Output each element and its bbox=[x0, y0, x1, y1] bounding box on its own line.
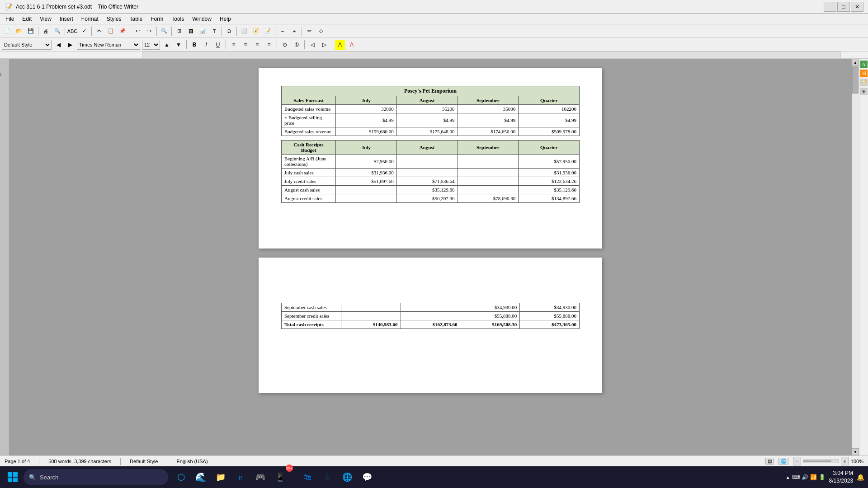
dec-size-btn[interactable]: ▼ bbox=[174, 40, 184, 50]
find-btn[interactable]: 🔍 bbox=[159, 26, 170, 37]
shapes-btn[interactable]: ◇ bbox=[316, 26, 326, 37]
taskbar-app2-btn[interactable]: 🌐 bbox=[338, 468, 356, 486]
autocorrect-btn[interactable]: ✓ bbox=[79, 26, 90, 37]
special-char-btn[interactable]: Ω bbox=[224, 26, 235, 37]
next-style-btn[interactable]: ▶ bbox=[65, 40, 75, 50]
taskbar-app3-btn[interactable]: 💬 bbox=[358, 468, 376, 486]
align-center-btn[interactable]: ≡ bbox=[241, 40, 250, 50]
battery-icon[interactable]: 🔋 bbox=[819, 474, 826, 480]
zoom-in-status-btn[interactable]: + bbox=[841, 457, 849, 465]
italic-btn[interactable]: I bbox=[201, 40, 211, 50]
menu-edit[interactable]: Edit bbox=[19, 15, 35, 23]
close-button[interactable]: ✕ bbox=[851, 2, 863, 12]
align-justify-btn[interactable]: ≡ bbox=[264, 40, 274, 50]
preview-btn[interactable]: 🔍 bbox=[52, 26, 63, 37]
format-toolbar: Default Style ◀ ▶ Times New Roman 12 ▲ ▼… bbox=[0, 38, 868, 52]
paste-btn[interactable]: 📌 bbox=[117, 26, 128, 37]
taskbar-fileexplorer-btn[interactable]: 📁 bbox=[212, 468, 230, 486]
scroll-down-btn[interactable]: ▼ bbox=[852, 448, 859, 455]
bullets-btn[interactable]: ⊙ bbox=[280, 40, 290, 50]
undo-btn[interactable]: ↩ bbox=[132, 26, 143, 37]
taskbar-app1-btn[interactable]: 🎮 bbox=[251, 468, 269, 486]
menu-format[interactable]: Format bbox=[78, 15, 102, 23]
menu-table[interactable]: Table bbox=[126, 15, 146, 23]
clock-date: 8/13/2023 bbox=[829, 477, 853, 485]
word-count: 500 words, 3,399 characters bbox=[48, 459, 111, 464]
menu-file[interactable]: File bbox=[2, 15, 18, 23]
notification-center-icon[interactable]: 🔔 bbox=[857, 474, 864, 481]
style-dropdown[interactable]: Default Style bbox=[2, 40, 52, 50]
bold-btn[interactable]: B bbox=[189, 40, 199, 50]
underline-btn[interactable]: U bbox=[213, 40, 223, 50]
spellcheck-btn[interactable]: ABC bbox=[67, 26, 78, 37]
keyboard-icon[interactable]: ⌨ bbox=[792, 474, 800, 480]
taskbar-edge-btn[interactable]: 🌊 bbox=[192, 468, 210, 486]
table-row: August cash sales $35,129.60 $35,129.60 bbox=[282, 186, 580, 194]
zoom-in-btn[interactable]: + bbox=[289, 26, 300, 37]
network-icon[interactable]: 📶 bbox=[810, 474, 817, 480]
zoom-out-btn[interactable]: − bbox=[277, 26, 288, 37]
print-btn[interactable]: 🖨 bbox=[40, 26, 51, 37]
image-btn[interactable]: 🖼 bbox=[185, 26, 196, 37]
taskbar-copilot-btn[interactable]: ⬡ bbox=[172, 468, 190, 486]
view-normal-btn[interactable]: ▤ bbox=[765, 458, 774, 465]
start-button[interactable] bbox=[4, 468, 22, 486]
system-tray: ▲ ⌨ 🔊 📶 🔋 3:04 PM 8/13/2023 🔔 bbox=[786, 469, 864, 485]
chart-btn[interactable]: 📊 bbox=[197, 26, 208, 37]
menu-styles[interactable]: Styles bbox=[103, 15, 125, 23]
scroll-thumb[interactable] bbox=[852, 66, 859, 94]
styles-btn[interactable]: 📝 bbox=[262, 26, 273, 37]
gallery-icon[interactable]: 🖼 bbox=[860, 70, 868, 77]
title-bar-left: 📝 Acc 311 6-1 Problem set #3.odt – Trio … bbox=[5, 3, 138, 10]
menu-view[interactable]: View bbox=[36, 15, 55, 23]
maximize-button[interactable]: □ bbox=[837, 2, 850, 12]
navigator-icon[interactable]: 🧭 bbox=[860, 79, 868, 86]
indent-btn[interactable]: ▷ bbox=[319, 40, 329, 50]
volume-icon[interactable]: 🔊 bbox=[802, 474, 808, 480]
redo-btn[interactable]: ↪ bbox=[144, 26, 155, 37]
menu-tools[interactable]: Tools bbox=[168, 15, 188, 23]
align-right-btn[interactable]: ≡ bbox=[252, 40, 262, 50]
font-dropdown[interactable]: Times New Roman bbox=[77, 40, 140, 50]
fields-btn[interactable]: ⬜ bbox=[239, 26, 250, 37]
taskbar-browser2-btn[interactable]: e bbox=[231, 468, 250, 486]
menu-form[interactable]: Form bbox=[147, 15, 167, 23]
outdent-btn[interactable]: ◁ bbox=[307, 40, 317, 50]
table-row: September cash sales $34,930.00 $34,930.… bbox=[282, 303, 580, 312]
new-btn[interactable]: 📄 bbox=[2, 26, 13, 37]
cut-btn[interactable]: ✂ bbox=[94, 26, 104, 37]
view-web-btn[interactable]: 🌐 bbox=[778, 458, 788, 465]
save-btn[interactable]: 💾 bbox=[25, 26, 36, 37]
font-color-btn[interactable]: A bbox=[347, 40, 357, 50]
styles-panel-icon[interactable]: A bbox=[860, 61, 868, 68]
minimize-button[interactable]: — bbox=[824, 2, 836, 12]
taskbar-store-btn[interactable]: 🛍 bbox=[298, 468, 316, 486]
navigator-btn[interactable]: 🧭 bbox=[250, 26, 261, 37]
copy-btn[interactable]: 📋 bbox=[105, 26, 116, 37]
font-size-dropdown[interactable]: 12 bbox=[142, 40, 160, 50]
draw-btn[interactable]: ✏ bbox=[304, 26, 315, 37]
vertical-scrollbar[interactable]: ▲ ▼ bbox=[852, 59, 859, 455]
title-bar: 📝 Acc 311 6-1 Problem set #3.odt – Trio … bbox=[0, 0, 868, 14]
textbox-btn[interactable]: T bbox=[209, 26, 220, 37]
zoom-out-status-btn[interactable]: − bbox=[793, 457, 801, 465]
cr-col-label: Cash ReceiptsBudget bbox=[282, 141, 336, 155]
prev-style-btn[interactable]: ◀ bbox=[53, 40, 63, 50]
menu-insert[interactable]: Insert bbox=[56, 15, 77, 23]
highlight-btn[interactable]: A bbox=[335, 40, 345, 50]
sales-forecast-table: Posey's Pet Emporium Sales Forecast July… bbox=[281, 86, 580, 203]
menu-help[interactable]: Help bbox=[216, 15, 235, 23]
inc-size-btn[interactable]: ▲ bbox=[162, 40, 172, 50]
open-btn[interactable]: 📂 bbox=[14, 26, 24, 37]
zoom-slider[interactable] bbox=[803, 460, 839, 463]
numbering-btn[interactable]: ① bbox=[292, 40, 302, 50]
taskbar-steam-btn[interactable]: ♟ bbox=[318, 468, 336, 486]
taskbar-search-bar[interactable]: 🔍 Search bbox=[24, 469, 168, 485]
menu-window[interactable]: Window bbox=[189, 15, 215, 23]
system-clock[interactable]: 3:04 PM 8/13/2023 bbox=[829, 469, 853, 485]
table-insert-btn[interactable]: ⊞ bbox=[174, 26, 184, 37]
align-left-btn[interactable]: ≡ bbox=[229, 40, 239, 50]
up-arrow-icon[interactable]: ▲ bbox=[786, 475, 790, 480]
scroll-up-btn[interactable]: ▲ bbox=[852, 59, 859, 66]
function-icon[interactable]: ⊘ bbox=[860, 88, 868, 95]
